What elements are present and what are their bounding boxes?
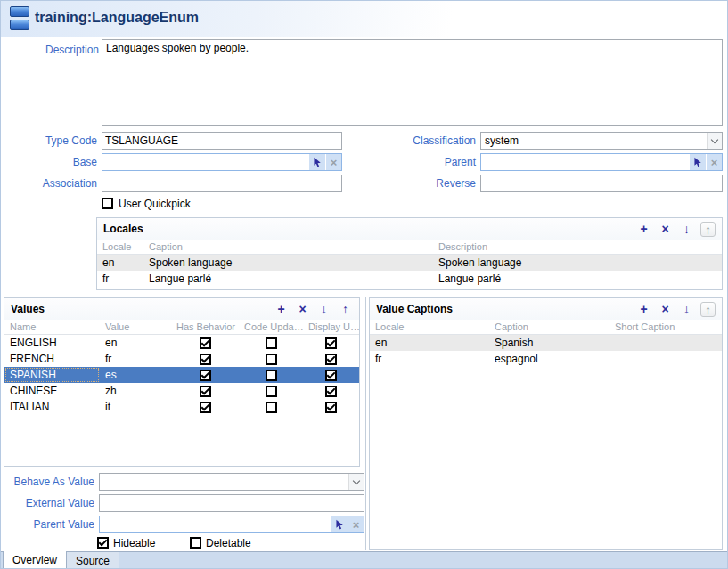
pick-reference-icon[interactable]: [690, 154, 706, 170]
remove-icon[interactable]: ×: [658, 222, 673, 237]
table-cell: CHINESE: [4, 383, 100, 399]
value-captions-header: Value Captions +×↓↑: [370, 298, 722, 320]
type-code-input[interactable]: [102, 132, 342, 150]
table-cell: [171, 335, 239, 351]
external-value-input[interactable]: [99, 494, 364, 512]
user-quickpick-checkbox[interactable]: [102, 198, 113, 209]
value-captions-rows: enSpanishfrespagnol: [370, 335, 722, 367]
parent-value-value: [100, 516, 331, 532]
classification-value: system: [485, 134, 519, 147]
table-row[interactable]: frLangue parléLangue parlé: [97, 271, 722, 287]
add-icon[interactable]: +: [274, 302, 289, 317]
table-cell: [171, 383, 239, 399]
enum-icon-top: [10, 6, 29, 17]
table-cell: ENGLISH: [4, 335, 100, 351]
table-cell: FRENCH: [4, 351, 100, 367]
has-behavior-checkbox[interactable]: [200, 402, 211, 413]
code-updatable-checkbox[interactable]: [266, 386, 277, 397]
values-header: Values +×↓↑: [4, 298, 359, 320]
has-behavior-checkbox[interactable]: [200, 337, 211, 349]
base-label: Base: [1, 153, 97, 171]
has-behavior-checkbox[interactable]: [200, 370, 211, 381]
table-row[interactable]: frespagnol: [370, 351, 722, 367]
move-up-icon[interactable]: ↑: [700, 302, 716, 317]
display-updatable-checkbox[interactable]: [325, 370, 337, 381]
table-cell: zh: [100, 383, 171, 399]
table-cell: it: [100, 399, 171, 415]
move-up-icon[interactable]: ↑: [700, 222, 716, 237]
add-icon[interactable]: +: [636, 222, 651, 237]
code-updatable-checkbox[interactable]: [266, 354, 277, 365]
table-row[interactable]: FRENCHfr: [4, 351, 359, 367]
value-captions-column-headers: Locale Caption Short Caption: [370, 320, 722, 335]
description-input[interactable]: Languages spoken by people.: [102, 39, 723, 126]
table-cell: en: [370, 335, 489, 351]
classification-label: Classification: [357, 132, 476, 150]
clear-icon[interactable]: ×: [348, 516, 364, 532]
chevron-down-icon[interactable]: [348, 474, 364, 490]
column-header: Caption: [143, 241, 433, 252]
table-cell: espagnol: [489, 351, 609, 367]
table-row[interactable]: enSpanish: [370, 335, 722, 351]
remove-icon[interactable]: ×: [295, 302, 310, 317]
table-row[interactable]: ITALIANit: [4, 399, 359, 415]
type-code-label: Type Code: [1, 132, 97, 150]
table-cell: [239, 367, 303, 383]
code-updatable-checkbox[interactable]: [266, 370, 277, 381]
parent-picker[interactable]: ×: [480, 153, 723, 171]
table-cell: [303, 367, 359, 383]
code-updatable-checkbox[interactable]: [266, 337, 277, 349]
column-header: Code Upda…: [239, 321, 303, 332]
deletable-checkbox[interactable]: [190, 537, 201, 549]
clear-icon[interactable]: ×: [706, 154, 722, 170]
tab-overview[interactable]: Overview: [3, 551, 67, 569]
code-updatable-checkbox[interactable]: [266, 402, 277, 413]
table-row[interactable]: CHINESEzh: [4, 383, 359, 399]
editor-tab-bar: Overview Source: [1, 551, 727, 569]
hideable-checkbox[interactable]: [97, 537, 109, 549]
move-down-icon[interactable]: ↓: [316, 302, 331, 317]
table-cell: SPANISH: [4, 367, 100, 383]
move-up-icon[interactable]: ↑: [338, 302, 353, 317]
values-column-headers: Name Value Has Behavior Code Upda… Displ…: [4, 320, 359, 335]
association-input[interactable]: [102, 175, 342, 192]
display-updatable-checkbox[interactable]: [325, 386, 337, 397]
column-header: Caption: [489, 321, 609, 332]
behave-as-value-select[interactable]: [99, 473, 364, 491]
table-cell: Spoken language: [433, 255, 722, 271]
table-cell: Spoken language: [143, 255, 433, 271]
tab-source[interactable]: Source: [67, 552, 119, 569]
enum-icon-bottom: [10, 20, 29, 30]
table-cell: en: [97, 255, 143, 271]
move-down-icon[interactable]: ↓: [679, 222, 694, 237]
display-updatable-checkbox[interactable]: [325, 354, 337, 365]
table-cell: [303, 383, 359, 399]
move-down-icon[interactable]: ↓: [679, 302, 694, 317]
base-picker[interactable]: ×: [102, 153, 342, 171]
has-behavior-checkbox[interactable]: [200, 386, 211, 397]
table-cell: Langue parlé: [433, 271, 722, 287]
table-cell: [609, 335, 722, 351]
table-cell: fr: [100, 351, 171, 367]
classification-select[interactable]: system: [480, 132, 723, 150]
remove-icon[interactable]: ×: [658, 302, 673, 317]
add-icon[interactable]: +: [636, 302, 651, 317]
table-row[interactable]: enSpoken languageSpoken language: [97, 255, 722, 271]
display-updatable-checkbox[interactable]: [325, 337, 337, 349]
table-row[interactable]: ENGLISHen: [4, 335, 359, 351]
parent-value: [481, 154, 690, 170]
display-updatable-checkbox[interactable]: [325, 402, 337, 413]
clear-icon[interactable]: ×: [325, 154, 341, 170]
parent-value-picker[interactable]: ×: [99, 516, 364, 533]
pick-reference-icon[interactable]: [309, 154, 325, 170]
chevron-down-icon[interactable]: [707, 133, 722, 149]
table-cell: [239, 399, 303, 415]
reverse-input[interactable]: [480, 175, 723, 192]
deletable-label: Deletable: [206, 537, 251, 550]
pick-reference-icon[interactable]: [331, 516, 348, 532]
column-header: Description: [433, 241, 722, 252]
column-header: Locale: [370, 321, 489, 332]
column-header: Locale: [97, 241, 143, 252]
has-behavior-checkbox[interactable]: [200, 354, 211, 365]
table-row[interactable]: SPANISHes: [4, 367, 359, 383]
